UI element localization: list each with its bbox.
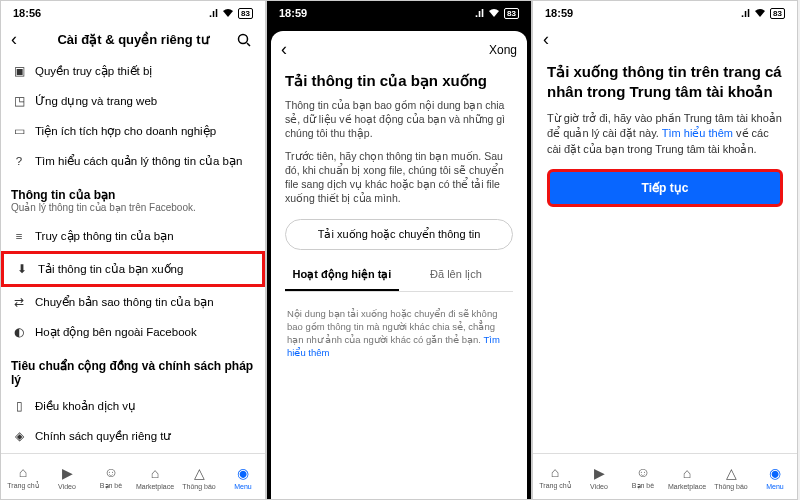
- sheet-paragraph-1: Thông tin của bạn bao gồm nội dung bạn c…: [285, 98, 513, 141]
- friends-icon: ☺: [102, 463, 120, 481]
- shield-icon: ◈: [11, 428, 27, 444]
- bell-icon: △: [722, 464, 740, 482]
- row-download-info[interactable]: ⬇Tải thông tin của bạn xuống: [1, 251, 265, 287]
- header: ‹ Cài đặt & quyền riêng tư: [1, 23, 265, 56]
- page-title: Cài đặt & quyền riêng tư: [37, 32, 229, 47]
- tab-current-activity[interactable]: Hoạt động hiện tại: [285, 260, 399, 291]
- settings-list[interactable]: ▣Quyền truy cập thiết bị ◳Ứng dụng và tr…: [1, 56, 265, 453]
- signal-icon: .ıl: [741, 7, 750, 19]
- sheet-header: ‹ Xong: [271, 31, 527, 68]
- back-icon[interactable]: ‹: [543, 29, 549, 50]
- section-title: Thông tin của bạn: [11, 188, 255, 202]
- video-icon: ▶: [590, 464, 608, 482]
- modal-sheet: ‹ Xong Tải thông tin của bạn xuống Thông…: [271, 31, 527, 499]
- menu-avatar-icon: ◉: [766, 464, 784, 482]
- nav-friends[interactable]: ☺Bạn bè: [621, 454, 665, 499]
- nav-menu[interactable]: ◉Menu: [221, 454, 265, 499]
- transfer-icon: ⇄: [11, 294, 27, 310]
- nav-notifications[interactable]: △Thông báo: [177, 454, 221, 499]
- question-icon: ?: [11, 153, 27, 169]
- description: Từ giờ trở đi, hãy vào phần Trung tâm tà…: [547, 111, 783, 157]
- apps-icon: ◳: [11, 93, 27, 109]
- section-community-legal: Tiêu chuẩn cộng đồng và chính sách pháp …: [1, 347, 265, 391]
- section-subtitle: Quản lý thông tin của bạn trên Facebook.: [11, 202, 255, 213]
- nav-video[interactable]: ▶Video: [45, 454, 89, 499]
- bottom-nav: ⌂Trang chủ ▶Video ☺Bạn bè ⌂Marketplace △…: [533, 453, 797, 499]
- device-icon: ▣: [11, 63, 27, 79]
- home-icon: ⌂: [14, 463, 32, 481]
- svg-point-0: [239, 34, 248, 43]
- battery-icon: 83: [238, 8, 253, 19]
- row-terms[interactable]: ▯Điều khoản dịch vụ: [1, 391, 265, 421]
- tab-scheduled[interactable]: Đã lên lịch: [399, 260, 513, 291]
- header: ‹: [533, 23, 797, 56]
- row-off-facebook-activity[interactable]: ◐Hoạt động bên ngoài Facebook: [1, 317, 265, 347]
- wifi-icon: [488, 8, 500, 18]
- download-icon: ⬇: [14, 261, 30, 277]
- done-button[interactable]: Xong: [489, 43, 517, 57]
- briefcase-icon: ▭: [11, 123, 27, 139]
- nav-marketplace[interactable]: ⌂Marketplace: [133, 454, 177, 499]
- bottom-nav: ⌂Trang chủ ▶Video ☺Bạn bè ⌂Marketplace △…: [1, 453, 265, 499]
- doc-icon: ▯: [11, 398, 27, 414]
- shop-icon: ⌂: [678, 464, 696, 482]
- bell-icon: △: [190, 464, 208, 482]
- row-business-integrations[interactable]: ▭Tiện ích tích hợp cho doanh nghiệp: [1, 116, 265, 146]
- status-time: 18:59: [545, 7, 573, 19]
- row-device-permissions[interactable]: ▣Quyền truy cập thiết bị: [1, 56, 265, 86]
- status-bar: 18:59 .ıl 83: [267, 1, 531, 23]
- activity-icon: ◐: [11, 324, 27, 340]
- status-bar: 18:59 .ıl 83: [533, 1, 797, 23]
- section-your-info: Thông tin của bạn Quản lý thông tin của …: [1, 176, 265, 221]
- wifi-icon: [222, 8, 234, 18]
- row-learn-manage-info[interactable]: ?Tìm hiểu cách quản lý thông tin của bạn: [1, 146, 265, 176]
- screen-accounts-center: 18:59 .ıl 83 ‹ Tải xuống thông tin trên …: [532, 0, 798, 500]
- nav-marketplace[interactable]: ⌂Marketplace: [665, 454, 709, 499]
- tabs: Hoạt động hiện tại Đã lên lịch: [285, 260, 513, 291]
- nav-video[interactable]: ▶Video: [577, 454, 621, 499]
- status-time: 18:56: [13, 7, 41, 19]
- svg-line-1: [247, 43, 250, 46]
- nav-notifications[interactable]: △Thông báo: [709, 454, 753, 499]
- row-apps-websites[interactable]: ◳Ứng dụng và trang web: [1, 86, 265, 116]
- home-icon: ⌂: [546, 463, 564, 481]
- friends-icon: ☺: [634, 463, 652, 481]
- learn-more-link[interactable]: Tìm hiểu thêm: [662, 127, 733, 139]
- status-right: .ıl 83: [475, 7, 519, 19]
- nav-home[interactable]: ⌂Trang chủ: [1, 454, 45, 499]
- download-or-transfer-button[interactable]: Tải xuống hoặc chuyển thông tin: [285, 219, 513, 250]
- continue-button[interactable]: Tiếp tục: [547, 169, 783, 207]
- list-icon: ≡: [11, 228, 27, 244]
- screen-download-sheet: 18:59 .ıl 83 ‹ Xong Tải thông tin của bạ…: [266, 0, 532, 500]
- status-time: 18:59: [279, 7, 307, 19]
- status-right: .ıl 83: [209, 7, 253, 19]
- section-title: Tiêu chuẩn cộng đồng và chính sách pháp …: [11, 359, 255, 387]
- nav-home[interactable]: ⌂Trang chủ: [533, 454, 577, 499]
- row-access-info[interactable]: ≡Truy cập thông tin của bạn: [1, 221, 265, 251]
- search-icon[interactable]: [237, 33, 255, 47]
- sheet-body: Tải thông tin của bạn xuống Thông tin củ…: [271, 68, 527, 499]
- battery-icon: 83: [504, 8, 519, 19]
- status-right: .ıl 83: [741, 7, 785, 19]
- page-heading: Tải xuống thông tin trên trang cá nhân t…: [547, 62, 783, 101]
- screen-settings: 18:56 .ıl 83 ‹ Cài đặt & quyền riêng tư …: [0, 0, 266, 500]
- row-privacy-policy[interactable]: ◈Chính sách quyền riêng tư: [1, 421, 265, 451]
- wifi-icon: [754, 8, 766, 18]
- info-note: Nội dung bạn tải xuống hoặc chuyển đi sẽ…: [285, 302, 513, 365]
- row-transfer-copy[interactable]: ⇄Chuyển bản sao thông tin của bạn: [1, 287, 265, 317]
- sheet-heading: Tải thông tin của bạn xuống: [285, 72, 513, 90]
- signal-icon: .ıl: [209, 7, 218, 19]
- back-icon[interactable]: ‹: [281, 39, 287, 60]
- video-icon: ▶: [58, 464, 76, 482]
- nav-friends[interactable]: ☺Bạn bè: [89, 454, 133, 499]
- status-bar: 18:56 .ıl 83: [1, 1, 265, 23]
- signal-icon: .ıl: [475, 7, 484, 19]
- nav-menu[interactable]: ◉Menu: [753, 454, 797, 499]
- sheet-paragraph-2: Trước tiên, hãy chọn thông tin bạn muốn.…: [285, 149, 513, 206]
- menu-avatar-icon: ◉: [234, 464, 252, 482]
- battery-icon: 83: [770, 8, 785, 19]
- body: Tải xuống thông tin trên trang cá nhân t…: [533, 56, 797, 453]
- back-icon[interactable]: ‹: [11, 29, 29, 50]
- divider: [285, 291, 513, 292]
- shop-icon: ⌂: [146, 464, 164, 482]
